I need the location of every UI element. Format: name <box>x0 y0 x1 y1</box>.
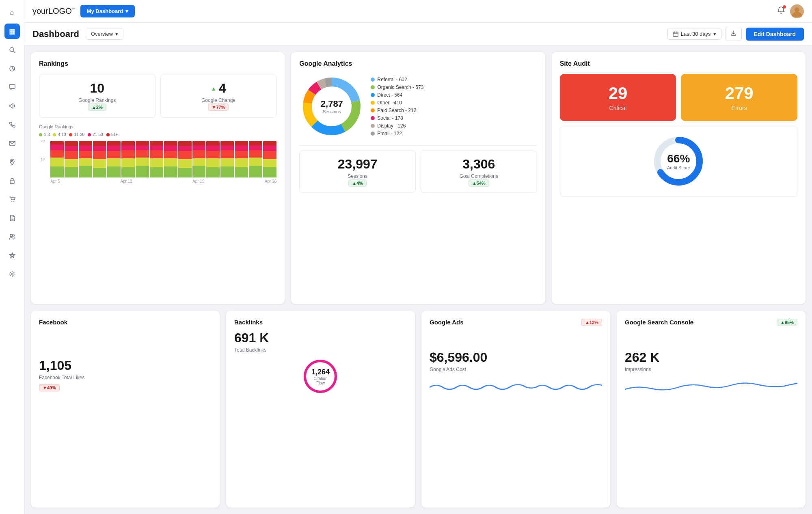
download-button[interactable] <box>726 27 742 41</box>
google-rankings-label: Google Rankings <box>46 97 149 103</box>
legend-11-20: 11-20 <box>69 132 84 137</box>
chart-legend: 1-3 4-10 11-20 21-50 51+ <box>39 132 276 137</box>
sub-header-right: Last 30 days ▾ Edit Dashboard <box>667 27 804 41</box>
ads-badge: ▲13% <box>581 319 602 326</box>
sidebar-item-document[interactable] <box>4 210 20 226</box>
my-dashboard-button[interactable]: My Dashboard ▾ <box>80 5 135 17</box>
chart-title: Google Rankings <box>39 124 276 129</box>
site-audit-card: Site Audit 29 Critical 279 Errors <box>552 52 806 304</box>
backlinks-label: Total Backlinks <box>234 347 407 353</box>
sidebar-item-people[interactable] <box>4 229 20 244</box>
avatar[interactable] <box>790 4 804 18</box>
sidebar-item-chart[interactable] <box>4 61 20 76</box>
svg-point-11 <box>13 235 15 236</box>
sidebar-item-megaphone[interactable] <box>4 98 20 114</box>
overview-dropdown[interactable]: Overview ▾ <box>86 28 123 40</box>
sidebar-item-lock[interactable] <box>4 173 20 188</box>
legend-direct: Direct - 564 <box>371 92 423 98</box>
backlinks-num: 691 K <box>234 330 407 346</box>
svg-rect-2 <box>9 84 15 89</box>
rankings-stats-row: 10 Google Rankings ▲2% ▲ 4 Google Change… <box>39 74 276 118</box>
top-nav-right <box>777 4 804 18</box>
dashboard: Rankings 10 Google Rankings ▲2% ▲ 4 Goog… <box>24 45 812 514</box>
ads-header: Google Ads ▲13% <box>430 319 602 330</box>
rankings-chart-area: Google Rankings 1-3 4-10 11-20 21-50 51+… <box>39 124 276 184</box>
x-label-apr19: Apr 19 <box>192 179 204 184</box>
google-ads-card: Google Ads ▲13% $6,596.00 Google Ads Cos… <box>421 311 610 508</box>
rankings-title: Rankings <box>39 60 276 67</box>
google-change-badge: ▼77% <box>208 104 229 111</box>
sub-header: Dashboard Overview ▾ Last 30 days ▾ Edit… <box>24 23 812 45</box>
svg-point-7 <box>13 201 14 202</box>
facebook-badge-wrap: ▼49% <box>39 384 212 391</box>
svg-rect-16 <box>673 32 678 37</box>
ads-spacer <box>430 330 602 347</box>
sidebar-item-grid[interactable]: ▦ <box>4 24 20 39</box>
analytics-sessions-big: 23,997 <box>305 157 410 172</box>
legend-21-50: 21-50 <box>88 132 103 137</box>
analytics-bottom: 23,997 Sessions ▲4% 3,306 Goal Completio… <box>299 151 537 193</box>
svg-point-4 <box>11 160 13 162</box>
legend-1-3: 1-3 <box>39 132 50 137</box>
analytics-sessions-stat: 23,997 Sessions ▲4% <box>299 151 416 193</box>
gsc-wave-svg <box>625 377 797 393</box>
sidebar-item-location[interactable] <box>4 154 20 170</box>
audit-errors-num: 279 <box>687 84 791 103</box>
bottom-row: Facebook 1,105 Facebook Total Likes ▼49%… <box>31 311 806 508</box>
analytics-sessions-num: 2,787 <box>321 99 343 109</box>
analytics-goals-label: Goal Completions <box>427 173 531 179</box>
analytics-donut-label: 2,787 Sessions <box>321 99 343 114</box>
legend-display: Display - 126 <box>371 123 423 129</box>
edit-dashboard-button[interactable]: Edit Dashboard <box>746 28 804 41</box>
notification-icon[interactable] <box>777 6 785 16</box>
sidebar-item-home[interactable]: ⌂ <box>4 5 20 20</box>
analytics-title: Google Analytics <box>299 60 537 67</box>
gsc-num: 262 K <box>625 350 797 365</box>
google-change-label: Google Change <box>167 97 270 103</box>
svg-point-15 <box>795 7 799 12</box>
facebook-badge: ▼49% <box>39 384 60 391</box>
legend-social: Social - 178 <box>371 115 423 121</box>
audit-errors-label: Errors <box>687 105 791 111</box>
analytics-legend: Referral - 602 Organic Search - 573 Dire… <box>371 77 423 136</box>
sidebar-item-shopping[interactable] <box>4 192 20 207</box>
legend-organic: Organic Search - 573 <box>371 84 423 90</box>
analytics-card: Google Analytics 2,787 Sessions Referral… <box>291 52 545 304</box>
sidebar-item-email[interactable] <box>4 136 20 151</box>
logo: yourLOGO™ <box>32 6 76 16</box>
citation-num: 1,264 <box>310 368 330 376</box>
analytics-sessions-big-label: Sessions <box>305 173 410 179</box>
svg-point-13 <box>11 273 13 275</box>
change-arrow: ▲ <box>211 85 216 92</box>
ads-label: Google Ads Cost <box>430 367 602 372</box>
audit-score-sub: Audit Score <box>667 165 690 170</box>
google-change-num: 4 <box>219 81 226 96</box>
date-range-button[interactable]: Last 30 days ▾ <box>667 28 721 40</box>
svg-point-6 <box>11 201 12 202</box>
goals-badge: ▲54% <box>469 179 489 187</box>
site-audit-title: Site Audit <box>560 60 797 67</box>
svg-rect-5 <box>10 180 14 184</box>
sidebar-item-integration[interactable] <box>4 248 20 263</box>
legend-4-10: 4-10 <box>53 132 66 137</box>
gsc-badge: ▲95% <box>777 319 797 326</box>
x-axis-labels: Apr 5 Apr 12 Apr 19 Apr 26 <box>39 179 276 184</box>
facebook-spacer <box>39 330 212 355</box>
sidebar-item-phone[interactable] <box>4 117 20 132</box>
ads-wave-chart <box>430 377 602 395</box>
analytics-goals-num: 3,306 <box>427 157 531 172</box>
backlinks-title: Backlinks <box>234 319 407 326</box>
sidebar-item-search[interactable] <box>4 42 20 58</box>
sidebar-item-settings[interactable] <box>4 266 20 282</box>
analytics-top: 2,787 Sessions Referral - 602 Organic Se… <box>299 74 537 146</box>
google-rankings-stat: 10 Google Rankings ▲2% <box>39 74 155 118</box>
analytics-sessions-label: Sessions <box>321 109 343 114</box>
analytics-goals-stat: 3,306 Goal Completions ▲54% <box>421 151 537 193</box>
citation-sub: Citation Flow <box>310 376 330 385</box>
svg-point-10 <box>10 234 13 237</box>
sessions-badge: ▲4% <box>348 179 367 187</box>
svg-line-1 <box>13 51 15 53</box>
top-nav-left: yourLOGO™ My Dashboard ▾ <box>32 5 135 17</box>
sidebar-item-chat[interactable] <box>4 80 20 95</box>
notification-dot <box>783 5 786 9</box>
